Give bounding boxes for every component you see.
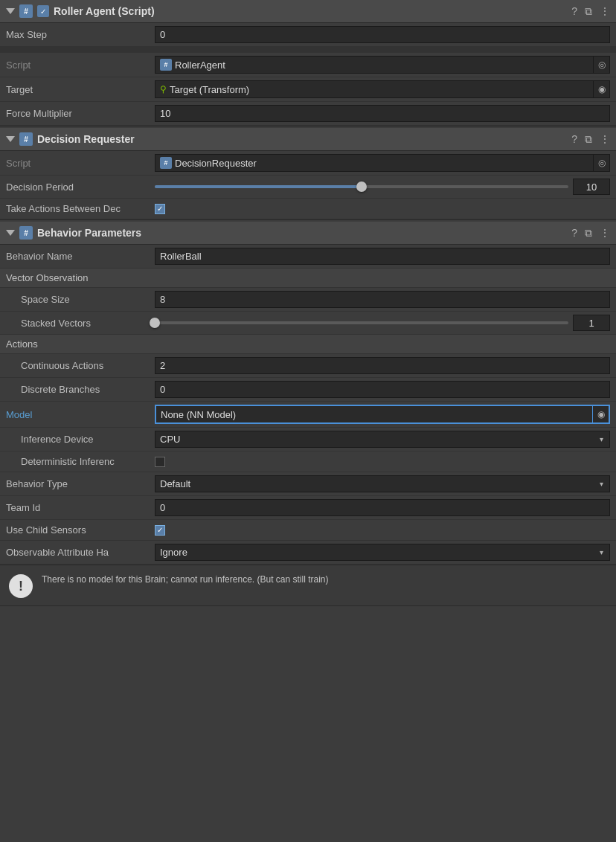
target-transform-icon: ⚲ — [160, 84, 167, 94]
sliders-icon[interactable]: ⧉ — [585, 6, 592, 16]
actions-section: Actions — [0, 335, 616, 354]
warning-bar: ! There is no model for this Brain; cann… — [0, 565, 616, 605]
space-size-row: Space Size 8 — [0, 288, 616, 312]
decision-period-label: Decision Period — [6, 181, 155, 193]
script-hash-badge: # — [19, 4, 33, 18]
warning-icon: ! — [9, 574, 33, 598]
behavior-name-value[interactable]: RollerBall — [155, 248, 610, 265]
check-icon: ✓ — [40, 7, 46, 16]
stacked-vectors-slider-container: 1 — [155, 315, 610, 331]
decision-period-slider-thumb[interactable] — [356, 181, 367, 192]
script-icon: # — [160, 59, 172, 71]
target-circle-icon[interactable]: ◉ — [593, 81, 609, 97]
inference-device-label: Inference Device — [6, 434, 155, 445]
vector-observation-section: Vector Observation — [0, 269, 616, 288]
force-multiplier-value[interactable]: 10 — [155, 105, 610, 122]
help-icon[interactable]: ? — [571, 6, 577, 16]
force-multiplier-label: Force Multiplier — [6, 108, 155, 119]
more-icon[interactable]: ⋮ — [600, 6, 610, 16]
space-size-label: Space Size — [6, 294, 155, 305]
force-multiplier-row: Force Multiplier 10 — [0, 102, 616, 126]
dr-script-field: # DecisionRequester ◎ — [155, 154, 610, 172]
behavior-type-dropdown[interactable]: Default ▾ — [155, 475, 610, 492]
observable-dropdown[interactable]: Ignore ▾ — [155, 544, 610, 561]
max-step-value[interactable]: 0 — [155, 26, 610, 43]
deterministic-label: Deterministic Inferenc — [6, 456, 155, 467]
model-label: Model — [6, 409, 155, 420]
dr-more-icon[interactable]: ⋮ — [600, 134, 610, 144]
decision-period-value[interactable]: 10 — [573, 179, 610, 195]
decision-period-slider-container: 10 — [155, 179, 610, 195]
roller-agent-content: Max Step 0 Script # RollerAgent ◎ Target… — [0, 23, 616, 126]
panel-header-icons: ? ⧉ ⋮ — [571, 6, 610, 16]
max-step-row: Max Step 0 — [0, 23, 616, 47]
script-label: Script — [6, 60, 155, 71]
model-field-text: None (NN Model) — [156, 407, 592, 422]
roller-agent-panel: # ✓ Roller Agent (Script) ? ⧉ ⋮ Max Step… — [0, 0, 616, 126]
dr-header-icons: ? ⧉ ⋮ — [571, 134, 610, 144]
stacked-vectors-row: Stacked Vectors 1 — [0, 312, 616, 335]
observable-row: Observable Attribute Ha Ignore ▾ — [0, 541, 616, 565]
behavior-parameters-content: Behavior Name RollerBall Vector Observat… — [0, 245, 616, 565]
continuous-actions-label: Continuous Actions — [6, 360, 155, 371]
collapse-triangle-dr[interactable] — [6, 136, 15, 142]
dr-hash-badge: # — [19, 132, 33, 146]
dr-script-label: Script — [6, 158, 155, 169]
dr-script-circle-icon[interactable]: ◎ — [593, 155, 609, 171]
script-row: Script # RollerAgent ◎ — [0, 53, 616, 77]
target-field: ⚲ Target (Transform) ◉ — [155, 80, 610, 98]
space-size-value[interactable]: 8 — [155, 291, 610, 308]
roller-agent-title: Roller Agent (Script) — [54, 5, 567, 17]
bp-help-icon[interactable]: ? — [571, 228, 577, 238]
behavior-type-value: Default — [155, 476, 593, 492]
dr-script-field-text: # DecisionRequester — [155, 155, 593, 171]
continuous-actions-value[interactable]: 2 — [155, 357, 610, 374]
continuous-actions-row: Continuous Actions 2 — [0, 354, 616, 378]
target-row: Target ⚲ Target (Transform) ◉ — [0, 77, 616, 102]
stacked-vectors-label: Stacked Vectors — [6, 318, 155, 329]
model-circle-icon[interactable]: ◉ — [592, 406, 609, 422]
dr-script-row: Script # DecisionRequester ◎ — [0, 151, 616, 176]
deterministic-row: Deterministic Inferenc — [0, 451, 616, 472]
behavior-name-label: Behavior Name — [6, 251, 155, 262]
observable-value: Ignore — [155, 544, 593, 560]
bp-header-icons: ? ⧉ ⋮ — [571, 228, 610, 238]
inference-device-value: CPU — [155, 431, 593, 447]
behavior-name-row: Behavior Name RollerBall — [0, 245, 616, 269]
decision-period-slider-fill — [155, 185, 362, 188]
enable-checkbox[interactable]: ✓ — [37, 5, 49, 17]
inference-device-dropdown[interactable]: CPU ▾ — [155, 431, 610, 448]
bp-hash-badge: # — [19, 226, 33, 240]
behavior-parameters-header: # Behavior Parameters ? ⧉ ⋮ — [0, 222, 616, 245]
team-id-value[interactable]: 0 — [155, 499, 610, 516]
team-id-label: Team Id — [6, 502, 155, 513]
observable-arrow-icon: ▾ — [593, 548, 609, 556]
stacked-vectors-value[interactable]: 1 — [573, 315, 610, 331]
behavior-type-label: Behavior Type — [6, 478, 155, 489]
model-field[interactable]: None (NN Model) ◉ — [155, 405, 610, 424]
dr-sliders-icon[interactable]: ⧉ — [585, 134, 592, 144]
bp-sliders-icon[interactable]: ⧉ — [585, 228, 592, 238]
warning-text: There is no model for this Brain; cannot… — [42, 573, 329, 586]
script-target-icon[interactable]: ◎ — [593, 57, 609, 73]
script-field-text: # RollerAgent — [155, 57, 593, 73]
use-child-sensors-checkbox[interactable]: ✓ — [155, 525, 165, 536]
behavior-type-arrow-icon: ▾ — [593, 480, 609, 488]
bp-more-icon[interactable]: ⋮ — [600, 228, 610, 238]
collapse-triangle-bp[interactable] — [6, 230, 15, 236]
take-actions-checkbox[interactable]: ✓ — [155, 204, 165, 214]
script-field: # RollerAgent ◎ — [155, 56, 610, 74]
deterministic-checkbox[interactable] — [155, 457, 165, 467]
model-row: Model None (NN Model) ◉ — [0, 402, 616, 428]
decision-period-slider-track[interactable] — [155, 185, 568, 188]
dr-help-icon[interactable]: ? — [571, 134, 577, 144]
inference-device-arrow-icon: ▾ — [593, 435, 609, 443]
inference-device-row: Inference Device CPU ▾ — [0, 428, 616, 451]
collapse-triangle[interactable] — [6, 8, 15, 14]
stacked-vectors-slider-thumb[interactable] — [150, 318, 160, 328]
take-actions-check-icon: ✓ — [157, 205, 163, 213]
max-step-label: Max Step — [6, 29, 155, 40]
use-child-sensors-label: Use Child Sensors — [6, 524, 155, 536]
discrete-branches-value[interactable]: 0 — [155, 381, 610, 398]
stacked-vectors-slider-track[interactable] — [155, 321, 568, 324]
